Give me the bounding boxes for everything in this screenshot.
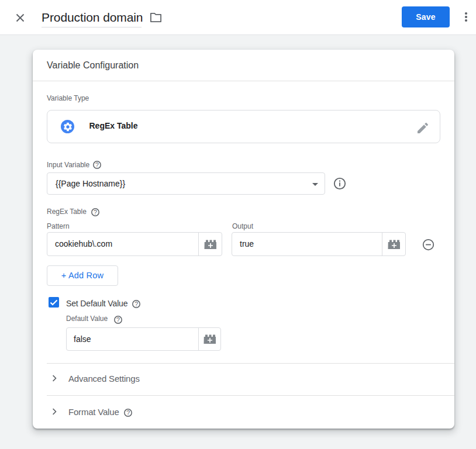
svg-text:?: ? <box>126 409 130 416</box>
svg-text:?: ? <box>95 161 99 168</box>
svg-text:?: ? <box>116 316 120 323</box>
svg-text:?: ? <box>134 301 138 308</box>
svg-text:?: ? <box>94 208 97 215</box>
